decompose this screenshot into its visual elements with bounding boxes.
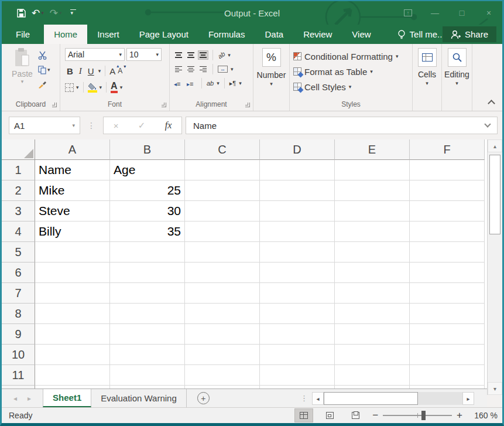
formula-input[interactable]: Name [186, 117, 498, 134]
cell-A10[interactable] [35, 345, 110, 365]
format-painter-button[interactable] [38, 79, 58, 90]
tab-insert[interactable]: Insert [87, 25, 129, 44]
tab-formulas[interactable]: Formulas [198, 25, 255, 44]
cell-D9[interactable] [260, 324, 335, 345]
cell-A4[interactable]: Billy [35, 221, 110, 242]
cell-D1[interactable] [260, 160, 335, 180]
normal-view-button[interactable] [295, 409, 313, 422]
cell-F3[interactable] [410, 201, 485, 221]
cell-F7[interactable] [410, 283, 485, 304]
cell-D6[interactable] [260, 263, 335, 283]
zoom-slider[interactable] [383, 415, 452, 416]
cell-C2[interactable] [185, 180, 260, 201]
cell-C11[interactable] [185, 365, 260, 386]
cell-C1[interactable] [185, 160, 260, 180]
font-color-button[interactable]: A [111, 81, 118, 93]
cell-E3[interactable] [335, 201, 410, 221]
maximize-button[interactable]: □ [448, 1, 475, 25]
cell-E9[interactable] [335, 324, 410, 345]
tab-home[interactable]: Home [44, 25, 87, 44]
cell-B1[interactable]: Age [110, 160, 185, 180]
cell-E11[interactable] [335, 365, 410, 386]
number-format-dropdown-icon[interactable]: ▾ [270, 81, 273, 87]
cell-F6[interactable] [410, 263, 485, 283]
shrink-font-button[interactable]: A ▾ [118, 67, 122, 75]
share-button[interactable]: Share [443, 26, 496, 42]
font-size-combo[interactable]: 10 ▾ [126, 48, 162, 61]
zoom-in-button[interactable]: + [457, 410, 462, 421]
cell-F2[interactable] [410, 180, 485, 201]
scroll-down-button[interactable]: ▾ [488, 382, 502, 395]
scroll-up-button[interactable]: ▴ [488, 139, 502, 152]
align-left-button[interactable] [174, 65, 183, 73]
horizontal-scrollbar[interactable]: ◂ ▸ [312, 392, 474, 405]
cell-D8[interactable] [260, 304, 335, 324]
tab-review[interactable]: Review [293, 25, 342, 44]
cell-A8[interactable] [35, 304, 110, 324]
copy-button[interactable]: ▾ [38, 64, 58, 75]
bottom-align-button[interactable] [198, 51, 208, 59]
decrease-indent-button[interactable]: ◂≡ [174, 78, 184, 88]
borders-dropdown-icon[interactable]: ▾ [76, 84, 79, 90]
cell-B7[interactable] [110, 283, 185, 304]
formula-bar-resize-handle[interactable]: ⋮ [87, 121, 96, 130]
font-color-dropdown-icon[interactable]: ▾ [120, 84, 123, 90]
cell-E5[interactable] [335, 242, 410, 263]
cell-F8[interactable] [410, 304, 485, 324]
format-as-table-button[interactable]: Format as Table ▾ [293, 64, 412, 79]
cell-F4[interactable] [410, 221, 485, 242]
tab-view[interactable]: View [342, 25, 380, 44]
cell-F5[interactable] [410, 242, 485, 263]
cell-E2[interactable] [335, 180, 410, 201]
cell-C7[interactable] [185, 283, 260, 304]
cell-styles-button[interactable]: Cell Styles ▾ [293, 79, 412, 94]
cell-E4[interactable] [335, 221, 410, 242]
cell-D11[interactable] [260, 365, 335, 386]
cell-C4[interactable] [185, 221, 260, 242]
horizontal-scroll-thumb[interactable] [324, 392, 418, 405]
column-header-D[interactable]: D [260, 139, 335, 160]
horizontal-scroll-track[interactable] [324, 392, 462, 405]
middle-align-button[interactable] [186, 51, 196, 59]
scroll-right-button[interactable]: ▸ [462, 392, 474, 405]
paste-button[interactable]: Paste ▾ [6, 48, 38, 84]
column-header-C[interactable]: C [185, 139, 260, 160]
ribbon-display-options-button[interactable]: ↑ [395, 1, 421, 25]
row-header-5[interactable]: 5 [2, 242, 35, 263]
enter-formula-button[interactable]: ✓ [138, 120, 146, 131]
insert-function-button[interactable]: fx [165, 120, 172, 131]
cell-A2[interactable]: Mike [35, 180, 110, 201]
cell-E10[interactable] [335, 345, 410, 365]
editing-button[interactable]: Editing ▾ [442, 48, 472, 86]
cell-C3[interactable] [185, 201, 260, 221]
zoom-slider-knob[interactable] [421, 411, 426, 420]
row-header-4[interactable]: 4 [2, 221, 35, 242]
ltr-paragraph-button[interactable]: ▸¶ [229, 80, 236, 87]
align-center-button[interactable] [186, 65, 196, 73]
cell-C8[interactable] [185, 304, 260, 324]
select-all-corner[interactable] [2, 139, 35, 160]
cell-E8[interactable] [335, 304, 410, 324]
cell-B8[interactable] [110, 304, 185, 324]
italic-button[interactable]: I [77, 66, 84, 76]
cell-F10[interactable] [410, 345, 485, 365]
new-sheet-button[interactable]: + [197, 392, 210, 404]
wrap-text-dropdown-icon[interactable]: ▾ [217, 80, 220, 86]
cell-A6[interactable] [35, 263, 110, 283]
expand-formula-bar-icon[interactable] [484, 121, 491, 127]
page-break-view-button[interactable] [347, 409, 364, 422]
merge-dropdown-icon[interactable]: ▾ [231, 66, 234, 72]
alignment-dialog-launcher-icon[interactable] [245, 103, 250, 107]
row-header-8[interactable]: 8 [2, 304, 35, 324]
cell-E1[interactable] [335, 160, 410, 180]
tab-data[interactable]: Data [255, 25, 293, 44]
cell-C6[interactable] [185, 263, 260, 283]
percent-style-button[interactable]: % [262, 48, 281, 67]
cell-B2[interactable]: 25 [110, 180, 185, 201]
cell-D2[interactable] [260, 180, 335, 201]
cell-F9[interactable] [410, 324, 485, 345]
fill-color-button[interactable] [88, 83, 97, 93]
row-header-3[interactable]: 3 [2, 201, 35, 221]
conditional-formatting-button[interactable]: Conditional Formatting ▾ [293, 49, 412, 64]
row-header-11[interactable]: 11 [2, 365, 35, 386]
